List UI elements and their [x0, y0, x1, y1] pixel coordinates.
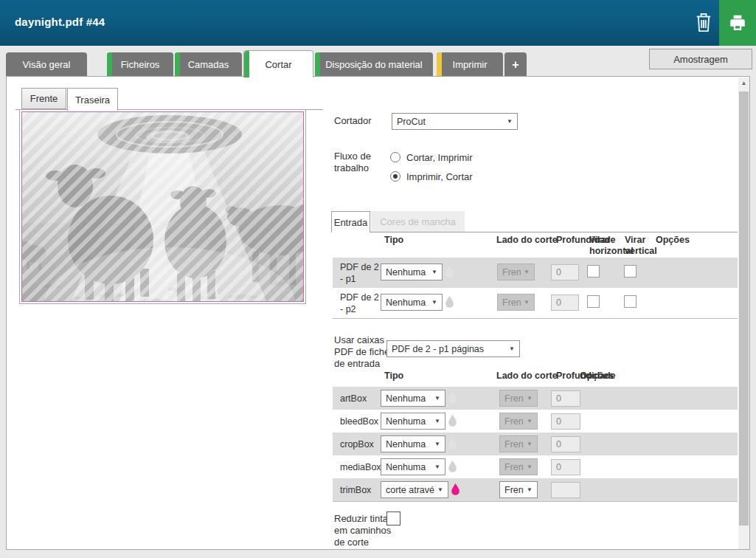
profundidade-input[interactable]: 0	[551, 264, 579, 280]
workflow-label-line2: trabalho	[334, 162, 369, 173]
table-row-mediabox: mediaBox Nenhuma▼ Frente▼ 0	[333, 455, 738, 478]
preview-frame	[19, 109, 306, 304]
tipo-dropdown[interactable]: Nenhuma▼	[381, 264, 443, 280]
ink-droplet-icon	[451, 483, 460, 496]
amostragem-button[interactable]: Amostragem	[649, 49, 752, 69]
virar-horizontal-checkbox[interactable]	[587, 295, 600, 308]
tab-visao-geral[interactable]: Visão geral	[6, 52, 87, 77]
row-label: bleedBox	[340, 416, 378, 427]
chevron-down-icon: ▼	[506, 345, 515, 352]
print-button[interactable]	[719, 0, 756, 46]
tab-disposicao-do-material[interactable]: Disposição do material	[315, 52, 433, 77]
tab-label: Cortar	[265, 59, 291, 70]
tab-label: Camadas	[188, 59, 229, 70]
chevron-down-icon: ▼	[434, 486, 443, 493]
itab-label: Cores de mancha	[380, 216, 456, 227]
lado-do-corte-dropdown[interactable]: Frente▼	[499, 481, 538, 498]
tipo-dropdown[interactable]: Nenhuma▼	[381, 435, 445, 452]
virar-vertical-checkbox[interactable]	[624, 265, 637, 278]
table-row-bleedbox: bleedBox Nenhuma▼ Frente▼ 0	[333, 410, 738, 433]
tipo-dropdown[interactable]: Nenhuma▼	[381, 294, 443, 311]
tipo-dropdown[interactable]: Nenhuma▼	[381, 458, 445, 475]
profundidade-input[interactable]: 0	[551, 413, 580, 430]
ink-droplet-icon	[445, 296, 454, 309]
tab-stripe	[244, 51, 249, 78]
lado-do-corte-dropdown[interactable]: Frente▼	[499, 390, 538, 407]
table-row-pdf-p1: PDF de 2 páginas- p1 Nenhuma▼ Frente▼ 0	[333, 258, 738, 288]
table-row-cropbox: cropBox Nenhuma▼ Frente▼ 0	[333, 433, 738, 455]
profundidade-input[interactable]: 0	[551, 294, 579, 311]
subtab-label: Traseira	[75, 94, 110, 106]
table1-bottom-border	[333, 318, 738, 319]
virar-horizontal-checkbox[interactable]	[587, 265, 600, 278]
plus-icon: +	[512, 58, 519, 72]
reduce-ink-label-line3: de corte	[334, 537, 369, 548]
radio-label-imprimir-cortar: Imprimir, Cortar	[406, 171, 473, 182]
tab-imprimir[interactable]: Imprimir	[437, 52, 503, 77]
chevron-down-icon: ▼	[504, 118, 513, 125]
delete-job-button[interactable]	[690, 10, 717, 36]
radio-imprimir-cortar[interactable]	[390, 171, 400, 182]
cortar-panel: Frente Traseira	[6, 76, 750, 550]
tipo-dropdown[interactable]: corte através▼	[381, 481, 448, 498]
lado-do-corte-dropdown[interactable]: Frente▼	[497, 294, 535, 311]
subtab-traseira[interactable]: Traseira	[67, 88, 118, 111]
tab-stripe	[175, 52, 180, 77]
tab-entrada[interactable]: Entrada	[331, 211, 370, 232]
table-row-trimbox: trimBox corte através▼ Frente▼	[333, 478, 738, 501]
tab-camadas[interactable]: Camadas	[175, 52, 242, 77]
tab-stripe	[315, 52, 320, 77]
chevron-down-icon: ▼	[524, 486, 533, 493]
trash-icon	[693, 24, 714, 35]
lado-do-corte-dropdown[interactable]: Frente▼	[497, 264, 535, 280]
table-row-artbox: artBox Nenhuma▼ Frente▼ 0	[333, 387, 738, 410]
pdf-boxes-label-line3: de entrada	[334, 358, 380, 369]
profundidade-input[interactable]: 0	[551, 459, 580, 475]
scrollbar-thumb[interactable]	[739, 92, 749, 526]
back-side-preview-image	[21, 111, 304, 302]
row-label: cropBox	[340, 438, 374, 450]
virar-vertical-checkbox[interactable]	[624, 295, 637, 308]
chevron-down-icon: ▼	[431, 464, 440, 470]
lado-do-corte-dropdown[interactable]: Frente▼	[499, 458, 538, 475]
table1-header: Tipo Lado do corte Profundidade Virar ho…	[333, 235, 738, 260]
table2-bottom-border	[333, 501, 738, 502]
ink-droplet-icon	[448, 392, 457, 404]
cutter-dropdown[interactable]: ProCut ▼	[392, 113, 518, 130]
title-bar: daynight.pdf #44	[0, 0, 756, 46]
tab-ficheiros[interactable]: Ficheiros	[107, 52, 173, 77]
row-label: artBox	[340, 393, 367, 404]
ink-droplet-icon	[445, 266, 454, 278]
tab-label: Visão geral	[23, 59, 71, 70]
add-tab-button[interactable]: +	[504, 52, 527, 77]
pdf-boxes-label-line1: Usar caixas	[334, 334, 384, 345]
pdf-boxes-dropdown[interactable]: PDF de 2 - p1 páginas▼	[386, 340, 520, 357]
reduce-ink-checkbox[interactable]	[386, 512, 400, 526]
workflow-label-line1: Fluxo de	[334, 151, 371, 162]
reduce-ink-label-line2: em caminhos	[334, 525, 391, 536]
tab-label: Disposição do material	[325, 59, 423, 70]
lado-do-corte-dropdown[interactable]: Frente▼	[499, 435, 538, 452]
row-label: mediaBox	[340, 461, 381, 473]
lado-do-corte-dropdown[interactable]: Frente▼	[499, 413, 538, 430]
app-window: daynight.pdf #44 Visão geral Fic	[0, 0, 756, 558]
chevron-down-icon: ▼	[431, 418, 440, 424]
tab-stripe	[107, 52, 112, 77]
tab-label: Imprimir	[453, 59, 488, 70]
profundidade-input[interactable]: 0	[551, 390, 580, 407]
tipo-dropdown[interactable]: Nenhuma▼	[381, 413, 445, 430]
vertical-scrollbar[interactable]: ▲	[738, 78, 749, 549]
tab-cores-de-mancha[interactable]: Cores de mancha	[371, 211, 465, 232]
tipo-dropdown[interactable]: Nenhuma▼	[381, 390, 445, 407]
tab-cortar[interactable]: Cortar	[243, 50, 313, 78]
scroll-up-arrow-icon[interactable]: ▲	[738, 78, 749, 89]
cutter-label: Cortador	[334, 115, 372, 126]
table2-header: Tipo Lado do corte Profundidade Opções	[333, 371, 738, 384]
profundidade-input[interactable]	[551, 482, 580, 498]
chevron-down-icon: ▼	[429, 269, 437, 275]
profundidade-input[interactable]: 0	[551, 436, 580, 452]
ufo-shape	[97, 115, 242, 154]
subtab-frente[interactable]: Frente	[21, 88, 66, 109]
radio-cortar-imprimir[interactable]	[390, 152, 400, 162]
tab-label: Ficheiros	[121, 59, 160, 70]
